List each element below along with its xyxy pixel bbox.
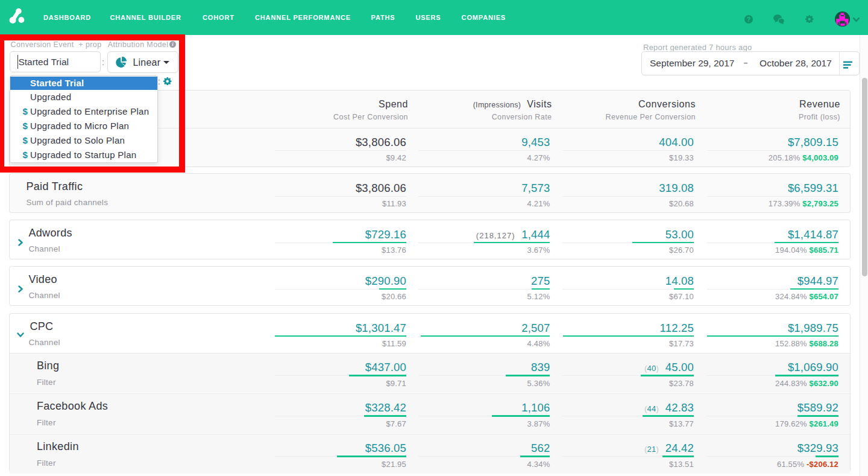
svg-text:?: ? — [747, 16, 750, 22]
